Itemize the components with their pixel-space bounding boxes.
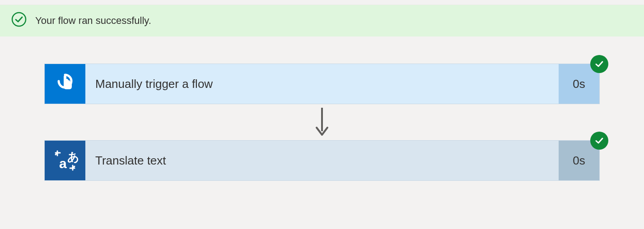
success-banner: Your flow ran successfully. <box>0 5 644 37</box>
check-circle-outline-icon <box>11 11 35 30</box>
flow-step-translate[interactable]: a あ Translate text 0s <box>44 140 600 181</box>
arrow-down-icon <box>313 104 331 140</box>
success-banner-text: Your flow ran successfully. <box>35 15 151 27</box>
check-circle-icon <box>590 132 608 150</box>
svg-point-0 <box>12 13 26 26</box>
flow-step-title: Manually trigger a flow <box>85 64 559 104</box>
check-circle-icon <box>590 55 608 73</box>
flow-step-title: Translate text <box>85 141 559 180</box>
top-divider <box>0 0 644 5</box>
svg-text:a: a <box>59 156 67 171</box>
flow-canvas: Manually trigger a flow 0s a あ Translate… <box>0 37 644 181</box>
flow-step-trigger[interactable]: Manually trigger a flow 0s <box>44 64 600 104</box>
translate-icon: a あ <box>45 141 85 180</box>
svg-text:あ: あ <box>67 150 78 164</box>
touch-trigger-icon <box>45 64 85 104</box>
